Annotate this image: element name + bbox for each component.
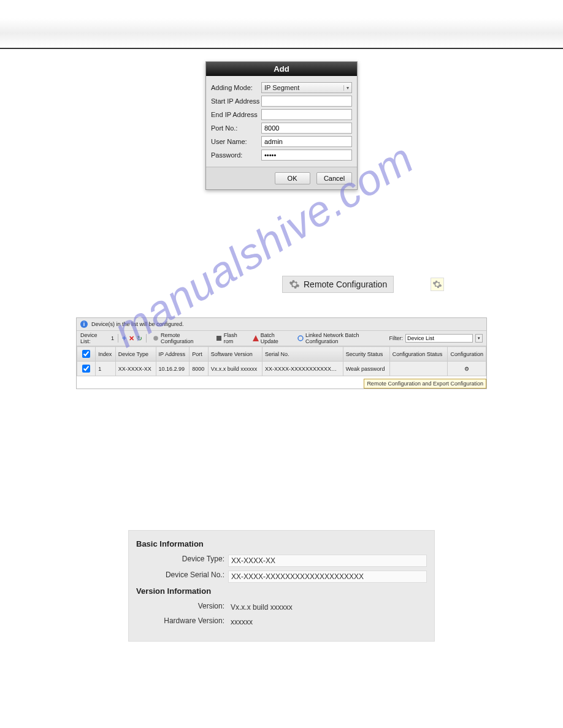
version-label: Version:: [136, 602, 228, 613]
end-ip-label: End IP Address: [211, 111, 261, 118]
toolbar-remote-config-button[interactable]: Remote Configuration: [150, 332, 211, 344]
chevron-down-icon: ▾: [343, 85, 349, 91]
col-software[interactable]: Software Version: [208, 347, 262, 362]
device-serial-value: XX-XXXX-XXXXXXXXXXXXXXXXXXXX: [228, 571, 427, 583]
col-serial[interactable]: Serial No.: [262, 347, 343, 362]
table-header-row: Index Device Type IP Address Port Softwa…: [77, 347, 486, 362]
network-icon: [297, 335, 304, 341]
version-value: Vx.x.x build xxxxxx: [228, 602, 427, 613]
col-port[interactable]: Port: [190, 347, 208, 362]
port-label: Port No.:: [211, 124, 261, 132]
adding-mode-label: Adding Mode:: [211, 84, 261, 91]
hardware-version-value: xxxxxx: [228, 616, 427, 628]
update-icon: [253, 335, 259, 341]
start-ip-label: Start IP Address: [211, 97, 261, 105]
filter-input[interactable]: [405, 334, 473, 343]
version-information-heading: Version Information: [136, 586, 427, 596]
username-label: User Name:: [211, 138, 261, 145]
device-type-label: Device Type:: [136, 555, 228, 567]
cell-device-type: XX-XXXX-XX: [115, 362, 156, 376]
toolbar-linked-batch-label: Linked Network Batch Configuration: [305, 332, 385, 344]
remote-configuration-label: Remote Configuration: [304, 279, 387, 289]
cell-security: Weak password: [343, 362, 389, 376]
gear-icon-small[interactable]: [431, 278, 444, 291]
cell-software: Vx.x.x build xxxxxx: [208, 362, 262, 376]
username-input[interactable]: [261, 136, 352, 147]
col-device-type[interactable]: Device Type: [115, 347, 156, 362]
device-list-info-text: Device(s) in the list will be configured…: [91, 321, 184, 327]
cell-serial: XX-XXXX-XXXXXXXXXXX…: [262, 362, 343, 376]
end-ip-input[interactable]: [261, 109, 352, 120]
hardware-version-label: Hardware Version:: [136, 616, 228, 628]
toolbar-flash-rom-button[interactable]: Flash rom: [213, 332, 248, 344]
dialog-body: Adding Mode: IP Segment ▾ Start IP Addre…: [206, 76, 357, 167]
device-list-info-row: i Device(s) in the list will be configur…: [77, 318, 486, 330]
svg-point-3: [298, 336, 303, 341]
col-security[interactable]: Security Status: [343, 347, 389, 362]
cell-configuration-button[interactable]: ⚙: [448, 362, 486, 376]
filter-dropdown-button[interactable]: ▾: [475, 334, 483, 343]
tooltip-row: Remote Configuration and Export Configur…: [77, 376, 486, 389]
gear-icon: [289, 279, 300, 290]
col-index[interactable]: Index: [96, 347, 115, 362]
toolbar-separator: [118, 334, 118, 343]
configuration-tooltip: Remote Configuration and Export Configur…: [364, 379, 486, 389]
info-icon: i: [80, 320, 88, 328]
col-checkbox[interactable]: [77, 347, 96, 362]
add-dialog: Add Adding Mode: IP Segment ▾ Start IP A…: [205, 61, 358, 190]
row-checkbox[interactable]: [82, 365, 90, 373]
refresh-button[interactable]: ↻: [137, 335, 142, 343]
device-list-panel: i Device(s) in the list will be configur…: [76, 317, 487, 389]
cell-ip: 10.16.2.99: [156, 362, 190, 376]
cell-index: 1: [96, 362, 115, 376]
svg-marker-2: [253, 335, 259, 341]
cell-config-status: [389, 362, 448, 376]
port-input[interactable]: [261, 123, 352, 134]
col-ip[interactable]: IP Address: [156, 347, 190, 362]
filter-label: Filter:: [389, 335, 404, 341]
basic-information-heading: Basic Information: [136, 539, 427, 548]
toolbar-separator: [146, 334, 147, 343]
gear-icon: [153, 335, 159, 341]
select-all-checkbox[interactable]: [82, 350, 90, 358]
table-row[interactable]: 1 XX-XXXX-XX 10.16.2.99 8000 Vx.x.x buil…: [77, 362, 486, 376]
dialog-footer: OK Cancel: [206, 167, 357, 189]
toolbar-batch-update-button[interactable]: Batch Update: [250, 332, 293, 344]
toolbar-linked-batch-button[interactable]: Linked Network Batch Configuration: [295, 332, 387, 344]
dialog-title: Add: [206, 62, 357, 76]
add-device-button[interactable]: +: [122, 334, 126, 343]
toolbar-remote-config-label: Remote Configuration: [161, 332, 209, 344]
remote-configuration-button[interactable]: Remote Configuration: [282, 276, 394, 293]
adding-mode-value: IP Segment: [264, 84, 299, 91]
delete-device-button[interactable]: ✕: [129, 335, 134, 343]
device-serial-label: Device Serial No.:: [136, 571, 228, 583]
svg-point-0: [153, 336, 158, 341]
start-ip-input[interactable]: [261, 96, 352, 107]
remote-config-row: Remote Configuration: [282, 276, 563, 293]
toolbar-flash-rom-label: Flash rom: [224, 332, 245, 344]
svg-rect-1: [216, 336, 221, 341]
cell-port: 8000: [190, 362, 208, 376]
page-header-gradient: [0, 18, 563, 49]
device-table: Index Device Type IP Address Port Softwa…: [77, 346, 486, 376]
password-input[interactable]: [261, 150, 352, 161]
ok-button[interactable]: OK: [275, 172, 310, 184]
cancel-button[interactable]: Cancel: [316, 172, 352, 184]
device-list-label: Device List:: [80, 332, 106, 344]
information-panel: Basic Information Device Type: XX-XXXX-X…: [128, 530, 435, 642]
password-label: Password:: [211, 151, 261, 159]
device-list-count: 1: [111, 335, 114, 341]
device-list-toolbar: Device List: 1 + ✕ ↻ Remote Configuratio…: [77, 330, 486, 346]
adding-mode-select[interactable]: IP Segment ▾: [261, 82, 352, 93]
chip-icon: [216, 335, 222, 341]
device-type-value: XX-XXXX-XX: [228, 555, 427, 567]
toolbar-batch-update-label: Batch Update: [261, 332, 290, 344]
col-configuration[interactable]: Configuration: [448, 347, 486, 362]
col-config-status[interactable]: Configuration Status: [389, 347, 448, 362]
